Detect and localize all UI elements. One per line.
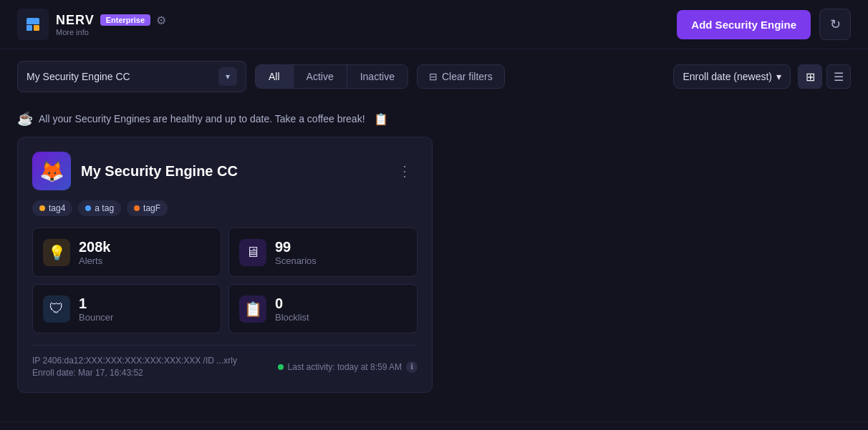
logo-sq-blue bbox=[26, 25, 32, 31]
ip-address: IP 2406:da12:XXX:XXX:XXX:XXX:XXX:XXX /ID… bbox=[32, 356, 237, 366]
scenarios-icon: 🖥 bbox=[239, 239, 266, 266]
brand-name-row: NERV Enterprise ⚙ bbox=[56, 13, 166, 28]
tag-dot bbox=[39, 205, 45, 211]
avatar: 🦊 bbox=[32, 152, 71, 190]
last-activity: Last activity: today at 8:59 AM bbox=[288, 362, 402, 372]
toolbar-right: Enroll date (newest) ▾ ⊞ ☰ bbox=[673, 64, 851, 89]
clear-filters-button[interactable]: ⊟ Clear filters bbox=[417, 64, 505, 89]
blocklist-label: Blocklist bbox=[275, 312, 309, 323]
filter-all-button[interactable]: All bbox=[256, 65, 294, 88]
logo-bottom bbox=[26, 25, 39, 31]
logo-sq-orange bbox=[34, 25, 39, 31]
sort-arrow-icon: ▾ bbox=[776, 71, 781, 82]
stat-info: 0 Blocklist bbox=[275, 295, 309, 323]
card-title-row: My Security Engine CC ⋮ bbox=[81, 160, 418, 182]
clear-filters-label: Clear filters bbox=[442, 71, 493, 82]
filter-icon: ⊟ bbox=[429, 71, 438, 82]
grid-view-button[interactable]: ⊞ bbox=[798, 64, 822, 89]
page-footer: Showing 1 to 1 of 1 results bbox=[0, 421, 868, 430]
stat-info: 1 Bouncer bbox=[79, 295, 113, 323]
tag-item[interactable]: a tag bbox=[78, 200, 121, 216]
tag-item[interactable]: tagF bbox=[127, 200, 168, 216]
bouncer-label: Bouncer bbox=[79, 312, 113, 323]
search-dropdown-button[interactable]: ▾ bbox=[218, 67, 237, 86]
card-footer: IP 2406:da12:XXX:XXX:XXX:XXX:XXX:XXX /ID… bbox=[32, 345, 418, 378]
info-icon[interactable]: ℹ bbox=[406, 361, 418, 373]
health-message: All your Security Engines are healthy an… bbox=[39, 113, 365, 124]
footer-right: Last activity: today at 8:59 AM ℹ bbox=[278, 361, 418, 373]
stat-info: 99 Scenarios bbox=[275, 238, 317, 266]
enterprise-badge: Enterprise bbox=[100, 14, 150, 26]
stat-blocklist[interactable]: 📋 0 Blocklist bbox=[228, 284, 418, 333]
coffee-icon: ☕ bbox=[17, 111, 33, 127]
more-info-link[interactable]: More info bbox=[56, 28, 166, 36]
header-actions: Add Security Engine ↻ bbox=[677, 9, 851, 40]
alerts-icon: 💡 bbox=[43, 239, 70, 266]
sort-label: Enroll date (newest) bbox=[683, 71, 772, 82]
status-dot bbox=[278, 364, 284, 370]
brand-name: NERV bbox=[56, 13, 95, 28]
card-title: My Security Engine CC bbox=[81, 163, 238, 180]
sort-select[interactable]: Enroll date (newest) ▾ bbox=[673, 64, 791, 89]
stat-info: 208k Alerts bbox=[79, 238, 111, 266]
blocklist-icon: 📋 bbox=[239, 295, 266, 323]
toolbar: ▾ All Active Inactive ⊟ Clear filters En… bbox=[0, 49, 868, 104]
tag-label: a tag bbox=[95, 203, 114, 213]
scenarios-value: 99 bbox=[275, 238, 317, 255]
engine-card: 🦊 My Security Engine CC ⋮ tag4 a tag tag… bbox=[17, 137, 433, 393]
alerts-label: Alerts bbox=[79, 255, 111, 266]
card-menu-button[interactable]: ⋮ bbox=[392, 160, 418, 182]
tags-row: tag4 a tag tagF bbox=[32, 200, 418, 216]
logo-top bbox=[26, 18, 39, 24]
bouncer-icon: 🛡 bbox=[43, 295, 70, 323]
stat-bouncer[interactable]: 🛡 1 Bouncer bbox=[32, 284, 221, 333]
stats-grid: 💡 208k Alerts 🖥 99 Scenarios 🛡 1 Bouncer bbox=[32, 228, 418, 333]
filter-active-button[interactable]: Active bbox=[294, 65, 347, 88]
card-header: 🦊 My Security Engine CC ⋮ bbox=[32, 152, 418, 190]
tag-item[interactable]: tag4 bbox=[32, 200, 72, 216]
footer-left: IP 2406:da12:XXX:XXX:XXX:XXX:XXX:XXX /ID… bbox=[32, 356, 237, 378]
brand-area: NERV Enterprise ⚙ More info bbox=[17, 9, 166, 40]
blocklist-value: 0 bbox=[275, 295, 309, 312]
scenarios-label: Scenarios bbox=[275, 255, 317, 266]
app-header: NERV Enterprise ⚙ More info Add Security… bbox=[0, 0, 868, 49]
tag-label: tag4 bbox=[49, 203, 65, 213]
notes-icon: 📋 bbox=[374, 112, 388, 126]
filter-buttons: All Active Inactive bbox=[255, 64, 408, 89]
gear-icon[interactable]: ⚙ bbox=[156, 14, 166, 27]
filter-inactive-button[interactable]: Inactive bbox=[347, 65, 408, 88]
list-view-button[interactable]: ☰ bbox=[826, 64, 851, 89]
view-toggle: ⊞ ☰ bbox=[798, 64, 851, 89]
tag-dot bbox=[134, 205, 140, 211]
alerts-value: 208k bbox=[79, 238, 111, 255]
stat-alerts[interactable]: 💡 208k Alerts bbox=[32, 228, 221, 277]
health-banner: ☕ All your Security Engines are healthy … bbox=[0, 104, 868, 134]
stat-scenarios[interactable]: 🖥 99 Scenarios bbox=[228, 228, 418, 277]
add-engine-button[interactable]: Add Security Engine bbox=[677, 10, 811, 39]
search-input[interactable] bbox=[26, 71, 213, 82]
refresh-button[interactable]: ↻ bbox=[819, 9, 851, 40]
search-container: ▾ bbox=[17, 61, 246, 92]
enroll-date: Enroll date: Mar 17, 16:43:52 bbox=[32, 368, 237, 378]
tag-label: tagF bbox=[143, 203, 160, 213]
main-content: 🦊 My Security Engine CC ⋮ tag4 a tag tag… bbox=[0, 134, 868, 421]
logo bbox=[17, 9, 49, 40]
bouncer-value: 1 bbox=[79, 295, 113, 312]
brand-info: NERV Enterprise ⚙ More info bbox=[56, 13, 166, 36]
tag-dot bbox=[85, 205, 91, 211]
